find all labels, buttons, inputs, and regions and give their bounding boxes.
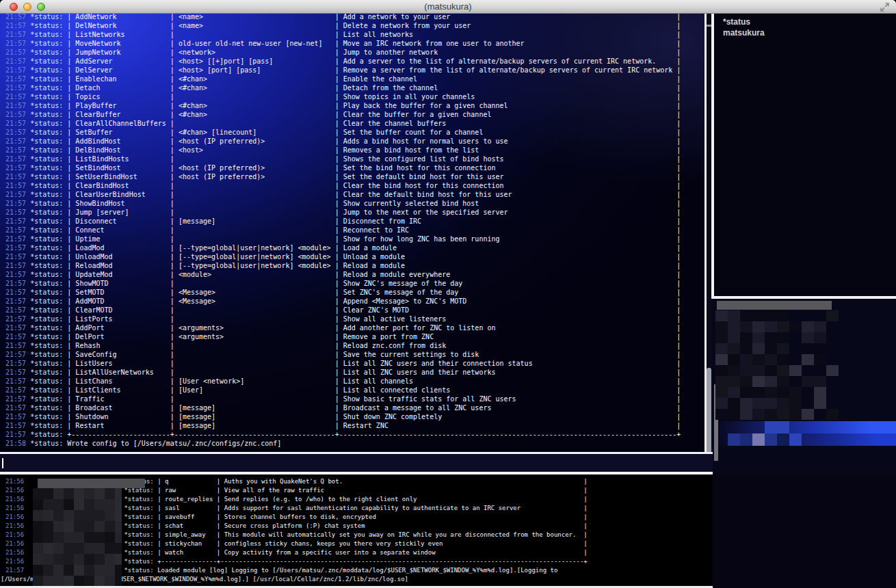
redaction-block: [752, 433, 765, 446]
redaction-block: [74, 576, 84, 586]
redaction-block: [814, 387, 826, 398]
log-line: 21:57 *status: | ListPorts | | Show all …: [5, 315, 704, 323]
fullscreen-icon[interactable]: [880, 3, 889, 12]
log-line: 21:57 *status: | Rehash | | Reload znc.c…: [5, 341, 704, 350]
log-line: 21:57 *status: | DelPort | <arguments> |…: [5, 332, 704, 341]
sidebar-item-matsukura[interactable]: matsukura: [723, 28, 765, 38]
redaction-block: [53, 543, 64, 554]
redaction-block: [777, 421, 789, 433]
redaction-block: [752, 398, 765, 409]
redaction-block: [728, 343, 740, 354]
redaction-block: [115, 565, 122, 576]
sidebar-item-status[interactable]: *status: [723, 17, 750, 27]
scrollbar-handle[interactable]: [707, 368, 711, 459]
redaction-block: [814, 354, 826, 365]
redaction-block: [105, 576, 115, 586]
log-line: 21:57 *status: | Uptime | | Show for how…: [5, 235, 704, 243]
log-line: 21:57 *status: | Broadcast | [message] |…: [5, 403, 704, 412]
window-title: (matsukura): [0, 1, 896, 12]
redacted-nick-header: [38, 479, 145, 488]
redaction-block: [94, 521, 105, 532]
redaction-block: [777, 354, 789, 365]
log-line: 21:57 *status: | ReloadMod | [--type=glo…: [5, 261, 704, 270]
redaction-block: [33, 488, 43, 499]
log-line: 21:57 *status: | ClearMOTD | | Clear ZNC…: [5, 306, 704, 315]
redaction-block: [43, 510, 53, 521]
log-line: 21:57 *status: | ClearBindHost | | Clear…: [5, 181, 704, 190]
redaction-block: [105, 510, 115, 521]
redaction-block: [826, 365, 839, 376]
redaction-block: [728, 321, 740, 332]
redaction-block: [94, 488, 105, 499]
redaction-block: [814, 376, 826, 387]
redaction-block: [740, 409, 752, 420]
redaction-block: [74, 499, 84, 510]
redaction-block: [752, 409, 765, 420]
redaction-block: [105, 499, 115, 510]
redaction-block: [765, 398, 777, 409]
redaction-block: [33, 532, 43, 543]
log-line: 21:57 *status: | SetUserBindHost | <host…: [5, 172, 704, 181]
channel-list: *status matsukura: [714, 14, 896, 296]
redaction-block: [765, 376, 777, 387]
log-line: 21:57 *status: | PlayBuffer | <#chan> | …: [5, 101, 704, 110]
redaction-block: [802, 321, 814, 332]
redaction-block: [715, 343, 728, 354]
log-line: 21:57 *status: | ListNetworks | | List a…: [5, 30, 704, 39]
redacted-panel: [711, 299, 896, 475]
redaction-block: [53, 576, 64, 586]
log-line: 21:57 *status: | SetBuffer | <#chan> [li…: [5, 128, 704, 137]
redaction-block: [43, 576, 53, 586]
redaction-block: [802, 376, 814, 387]
redaction-block: [740, 332, 752, 343]
redaction-block: [740, 343, 752, 354]
log-line: 21:57 *status: | DelBindHost | <host> | …: [5, 146, 704, 155]
redaction-block: [752, 310, 765, 321]
redaction-block: [43, 565, 53, 576]
redaction-block: [777, 409, 789, 420]
redaction-block: [826, 310, 839, 321]
redaction-block: [765, 310, 777, 321]
redaction-block: [84, 510, 94, 521]
redaction-block: [64, 532, 74, 543]
redaction-block: [777, 376, 789, 387]
redaction-block: [715, 365, 728, 376]
redaction-block: [814, 332, 826, 343]
log-line: 21:57 *status: +------------------------…: [5, 430, 704, 439]
redaction-block: [715, 310, 728, 321]
redaction-block: [728, 409, 740, 420]
redaction-block: [765, 332, 777, 343]
log-line: 21:57 *status: | AddPort | <arguments> |…: [5, 323, 704, 332]
redaction-block: [53, 554, 64, 565]
redaction-block: [94, 554, 105, 565]
redaction-block: [84, 488, 94, 499]
redaction-block: [777, 343, 789, 354]
log-line: 21:57 *status: | UpdateMod | <module> | …: [5, 270, 704, 279]
redaction-block: [53, 510, 64, 521]
status-log-view[interactable]: 21:57 *status: | AddNetwork | <name> | A…: [0, 14, 704, 452]
log-line: 21:57 *status: | Topics | | Show topics …: [5, 92, 704, 101]
scrollbar-top-marker: [707, 25, 711, 27]
log-line: 21:57 *status: | SaveConfig | | Save the…: [5, 350, 704, 359]
log-line: 21:57 *status: | ListClients | [User] | …: [5, 386, 704, 395]
redaction-block: [715, 354, 728, 365]
log-line: 21:57 *status: | DelServer | <host> [por…: [5, 66, 704, 75]
message-input[interactable]: [0, 452, 713, 475]
redaction-block: [765, 387, 777, 398]
log-line: 21:57 *status: | AddBindHost | <host (IP…: [5, 137, 704, 146]
titlebar[interactable]: (matsukura): [0, 0, 896, 14]
irc-client-window: (matsukura) 21:57 *status: | AddNetwork …: [0, 0, 896, 588]
redaction-block: [802, 354, 814, 365]
redaction-block: [752, 354, 765, 365]
redacted-nick-column: [33, 479, 122, 586]
redaction-block: [802, 332, 814, 343]
redaction-block: [728, 387, 740, 398]
redaction-block: [777, 387, 789, 398]
redaction-block: [765, 343, 777, 354]
redaction-block: [752, 376, 765, 387]
redaction-block: [64, 543, 74, 554]
redaction-block: [64, 554, 74, 565]
redaction-block: [74, 565, 84, 576]
log-line: 21:57 *status: | Disconnect | [message] …: [5, 217, 704, 226]
log-line: 21:57 *status: | DelNetwork | <name> | D…: [5, 21, 704, 30]
